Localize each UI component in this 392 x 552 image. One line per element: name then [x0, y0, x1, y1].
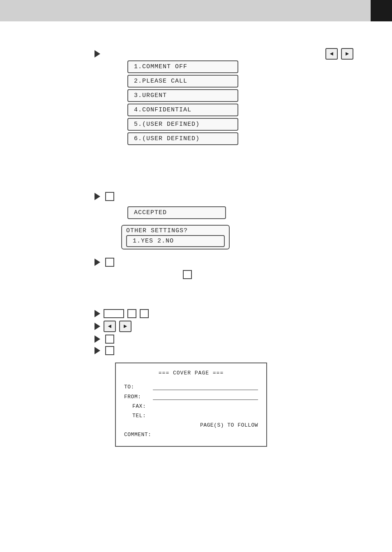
menu-item-1[interactable]: 1.COMMENT OFF: [127, 60, 238, 73]
accepted-display: ACCEPTED: [127, 206, 226, 219]
input-box-1[interactable]: [104, 309, 124, 318]
cover-to-row: TO:: [124, 383, 258, 390]
three-boxes-row: [95, 309, 149, 318]
menu-item-3[interactable]: 3.URGENT: [127, 89, 238, 102]
cover-page-preview: === COVER PAGE === TO: FROM: FAX: TEL: P…: [115, 363, 267, 447]
cover-fax-row: FAX:: [124, 403, 258, 409]
arrow-indicator-top: [95, 50, 100, 58]
menu-item-6[interactable]: 6.(USER DEFINED): [127, 132, 238, 145]
arrow-indicator-4: [95, 310, 100, 317]
cover-tel-label: TEL:: [124, 413, 153, 419]
menu-item-2[interactable]: 2.PLEASE CALL: [127, 75, 238, 88]
nav-next-button[interactable]: ►: [341, 48, 353, 60]
cover-comment-label: COMMENT:: [124, 432, 151, 438]
menu-list: 1.COMMENT OFF 2.PLEASE CALL 3.URGENT 4.C…: [127, 60, 238, 147]
checkbox-2[interactable]: [105, 258, 114, 267]
cover-page-title: === COVER PAGE ===: [124, 370, 258, 376]
arrow-indicator-7: [95, 347, 100, 354]
nav-prev-button-2[interactable]: ◄: [104, 321, 116, 332]
header-bar: [0, 0, 392, 21]
cover-comment-row: COMMENT:: [124, 432, 258, 438]
checkbox-4[interactable]: [105, 335, 114, 344]
checkbox-3[interactable]: [183, 270, 192, 279]
cover-tel-row: TEL:: [124, 413, 258, 419]
input-box-2[interactable]: [127, 309, 136, 318]
arrow-indicator-5: [95, 323, 100, 330]
other-settings-question: OTHER SETTINGS?: [126, 227, 225, 234]
nav-buttons-row: ◄ ►: [95, 321, 149, 332]
menu-item-5[interactable]: 5.(USER DEFINED): [127, 118, 238, 131]
other-settings-container: OTHER SETTINGS? 1.YES 2.NO: [121, 225, 230, 249]
arrow-indicator-3: [95, 259, 100, 266]
header-accent-box: [371, 0, 392, 21]
other-settings-options[interactable]: 1.YES 2.NO: [126, 235, 225, 247]
nav-next-button-2[interactable]: ►: [119, 321, 131, 332]
cover-pages-label: PAGE(S) TO FOLLOW: [200, 422, 258, 428]
checkbox-5[interactable]: [105, 346, 114, 355]
nav-prev-button[interactable]: ◄: [325, 48, 338, 60]
arrow-indicator-6: [95, 335, 100, 343]
menu-item-4[interactable]: 4.CONFIDENTIAL: [127, 104, 238, 116]
cover-to-label: TO:: [124, 384, 153, 390]
cover-fax-label: FAX:: [124, 403, 153, 409]
cover-to-line: [153, 383, 258, 390]
checkbox-1[interactable]: [105, 192, 114, 201]
cover-from-label: FROM:: [124, 394, 153, 400]
input-box-3[interactable]: [140, 309, 149, 318]
arrow-indicator-2: [95, 193, 100, 200]
cover-pages-row: PAGE(S) TO FOLLOW: [124, 422, 258, 428]
cover-from-row: FROM:: [124, 393, 258, 400]
cover-from-line: [153, 393, 258, 400]
